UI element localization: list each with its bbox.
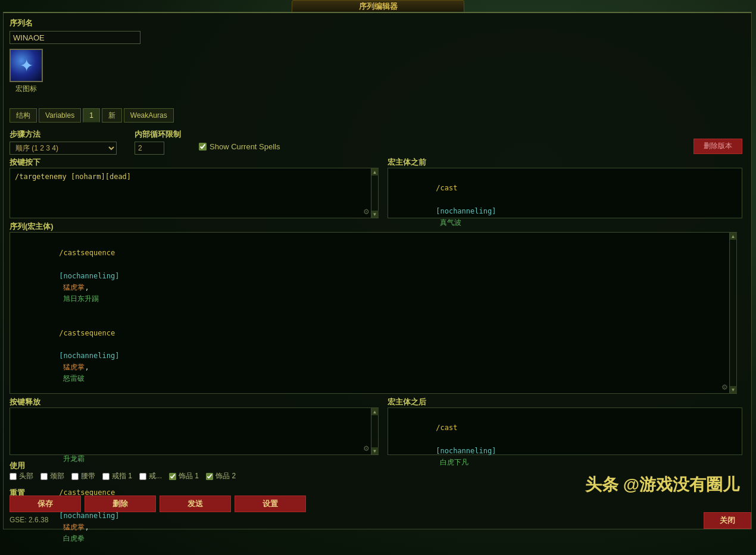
use-trinket1-checkbox[interactable] [169,473,176,480]
use-neck-checkbox[interactable] [40,473,48,480]
use-head-checkbox[interactable] [10,473,17,480]
use-trinket1[interactable]: 饰品 1 [169,471,199,481]
use-trinket2-checkbox[interactable] [206,473,213,480]
step-method-row: 步骤方法 顺序 (1 2 3 4) 内部循环限制 Show Current Sp… [10,129,742,155]
sequence-editor[interactable]: /castsequence [nochanneling] 猛虎掌, 旭日东升踢 … [10,232,737,394]
sequence-label: 序列(宏主体) [10,221,54,232]
macro-icon[interactable]: ✦ [10,49,43,82]
key-press-content: /targetenemy [noharm][dead] [10,168,378,186]
key-release-scrollbar[interactable]: ▲ ▼ [371,408,378,454]
save-button[interactable]: 保存 [10,496,81,512]
sequence-name-section: 序列名 [10,18,140,44]
settings-button[interactable]: 设置 [235,496,306,512]
key-press-gear-icon[interactable]: ⚙ [363,208,370,216]
before-macro-editor[interactable]: /cast [nochanneling] 真气波 /cast [nochanne… [388,168,742,218]
seq-scroll-down[interactable]: ▼ [730,386,737,393]
tab-new[interactable]: 新 [102,108,122,123]
seq-scroll-up[interactable]: ▲ [730,233,737,240]
use-ring1-checkbox[interactable] [102,473,110,480]
kr-scroll-down[interactable]: ▼ [371,447,379,454]
before-macro-label: 宏主体之前 [388,157,426,168]
step-method-group: 步骤方法 顺序 (1 2 3 4) [10,129,117,155]
after-macro-editor[interactable]: /cast [nochanneling] 白虎下凡 [388,407,742,455]
after-macro-content: /cast [nochanneling] 白虎下凡 [388,408,742,482]
use-ring2[interactable]: 戒... [139,471,162,481]
close-button[interactable]: 关闭 [704,512,751,529]
use-waist[interactable]: 腰带 [71,471,95,481]
step-method-select[interactable]: 顺序 (1 2 3 4) [10,142,117,155]
use-neck[interactable]: 颈部 [40,471,64,481]
seq-scroll-track [730,240,736,386]
step-method-label: 步骤方法 [10,129,117,140]
key-release-label: 按键释放 [10,397,40,407]
send-button[interactable]: 发送 [160,496,231,512]
kr-scroll-track [372,415,378,447]
after-macro-label: 宏主体之后 [388,397,426,407]
watermark: 头条 @游戏没有圈儿 [585,474,739,496]
key-press-editor[interactable]: /targetenemy [noharm][dead] ▲ ▼ ⚙ [10,168,379,218]
icon-label: 宏图标 [10,84,43,94]
tab-structure[interactable]: 结构 [10,108,37,123]
bottom-buttons: 保存 删除 发送 设置 [10,496,306,512]
use-trinket2[interactable]: 饰品 2 [206,471,236,481]
title-text: 序列编辑器 [359,1,398,12]
tab-1[interactable]: 1 [83,108,100,123]
use-head[interactable]: 头部 [10,471,33,481]
key-press-scroll-down[interactable]: ▼ [371,211,379,218]
use-section: 使用 [10,460,25,471]
version-label: GSE: 2.6.38 [10,516,48,524]
icon-section: ✦ 宏图标 [10,49,43,94]
key-press-scrollbar[interactable]: ▲ ▼ [371,168,378,218]
use-checkboxes: 头部 颈部 腰带 戒指 1 戒... 饰品 1 [10,471,236,481]
show-current-spells-label[interactable]: Show Current Spells [199,142,280,151]
main-panel: 序列名 ✦ 宏图标 结构 Variables 1 新 Wea [3,12,752,529]
icon-sparkle: ✦ [20,56,33,76]
tab-weakauras[interactable]: WeakAuras [124,108,174,123]
key-press-scroll-up[interactable]: ▲ [371,168,379,175]
use-ring2-checkbox[interactable] [139,473,146,480]
sequence-scrollbar[interactable]: ▲ ▼ [729,233,736,393]
title-bar: 序列编辑器 [292,0,464,13]
sequence-gear-icon[interactable]: ⚙ [721,383,728,391]
use-ring1[interactable]: 戒指 1 [102,471,132,481]
seq-name-label: 序列名 [10,18,33,27]
key-press-scroll-track [372,175,378,211]
delete-version-button[interactable]: 删除版本 [693,139,742,154]
tab-variables[interactable]: Variables [39,108,81,123]
loop-limit-label: 内部循环限制 [135,129,181,140]
tabs-section: 结构 Variables 1 新 WeakAuras [10,108,174,123]
seq-name-input[interactable] [10,31,140,44]
loop-limit-group: 内部循环限制 [135,129,181,155]
delete-button[interactable]: 删除 [85,496,156,512]
kr-scroll-up[interactable]: ▲ [371,408,379,415]
key-release-gear-icon[interactable]: ⚙ [363,444,370,453]
use-waist-checkbox[interactable] [71,473,79,480]
loop-limit-input[interactable] [135,142,164,155]
show-current-spells-checkbox[interactable] [199,143,207,150]
key-press-label: 按键按下 [10,157,40,168]
key-release-editor[interactable]: ▲ ▼ ⚙ [10,407,379,455]
